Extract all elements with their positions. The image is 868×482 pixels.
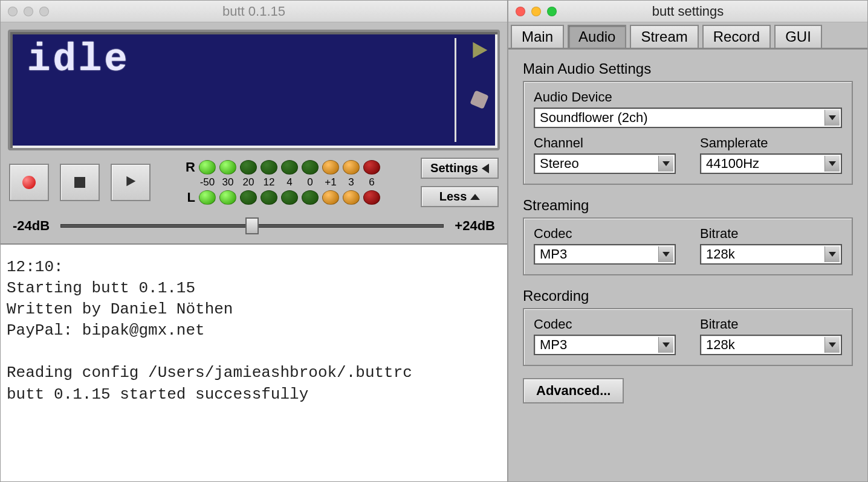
lcd-display: idle [8, 30, 500, 150]
tab-gui[interactable]: GUI [774, 25, 822, 48]
settings-tabbar: Main Audio Stream Record GUI [508, 22, 867, 50]
streaming-group: Codec MP3 Bitrate 128k [523, 217, 853, 275]
gain-slider-thumb[interactable] [245, 217, 259, 234]
svg-marker-1 [126, 176, 135, 187]
traffic-lights [516, 7, 557, 16]
recording-heading: Recording [523, 288, 853, 304]
advanced-button[interactable]: Advanced... [523, 378, 624, 403]
log-output: 12:10: Starting butt 0.1.15 Written by D… [1, 243, 507, 481]
stop-button[interactable] [60, 164, 100, 201]
record-button[interactable] [9, 164, 49, 201]
channel-select[interactable]: Stereo [534, 153, 676, 174]
channel-label: Channel [534, 135, 676, 151]
settings-titlebar: butt settings [508, 1, 867, 22]
lcd-record-icon[interactable] [470, 90, 488, 109]
tab-record[interactable]: Record [702, 25, 771, 48]
record-codec-select[interactable]: MP3 [534, 335, 676, 355]
zoom-icon[interactable] [39, 7, 49, 16]
stream-bitrate-label: Bitrate [700, 226, 842, 242]
main-titlebar: butt 0.1.15 [1, 1, 507, 22]
record-bitrate-label: Bitrate [700, 317, 842, 332]
samplerate-select[interactable]: 44100Hz [700, 153, 842, 174]
close-icon[interactable] [516, 7, 525, 16]
settings-button[interactable]: Settings [421, 158, 499, 179]
play-icon [125, 175, 137, 190]
chevron-left-icon [482, 164, 489, 173]
main-audio-heading: Main Audio Settings [523, 60, 853, 77]
main-window-title: butt 0.1.15 [8, 4, 500, 19]
meter-label-l: L [180, 190, 195, 205]
record-codec-label: Codec [534, 317, 676, 332]
audio-device-label: Audio Device [534, 89, 842, 105]
tab-audio[interactable]: Audio [568, 25, 626, 48]
zoom-icon[interactable] [547, 7, 557, 16]
meter-row-l: L [180, 190, 380, 205]
lcd-divider [455, 38, 456, 142]
streaming-heading: Streaming [523, 197, 853, 214]
less-button[interactable]: Less [421, 186, 499, 207]
main-window: butt 0.1.15 idle [0, 0, 508, 482]
tab-stream[interactable]: Stream [630, 25, 698, 48]
meter-row-r: R [180, 159, 380, 175]
settings-window: butt settings Main Audio Stream Record G… [508, 0, 868, 482]
recording-group: Codec MP3 Bitrate 128k [523, 308, 853, 366]
traffic-lights [8, 7, 49, 16]
lcd-status-text: idle [10, 32, 147, 148]
gain-max-label: +24dB [455, 218, 495, 234]
minimize-icon[interactable] [531, 7, 541, 16]
play-button[interactable] [111, 164, 151, 201]
gain-slider[interactable] [60, 224, 444, 228]
stream-codec-label: Codec [534, 226, 676, 242]
record-icon [22, 176, 36, 189]
stream-codec-select[interactable]: MP3 [534, 244, 676, 265]
gain-slider-row: -24dB +24dB [1, 212, 507, 243]
lcd-play-icon[interactable] [470, 40, 489, 62]
meter-label-r: R [180, 159, 195, 175]
chevron-up-icon [470, 194, 480, 200]
stop-icon [74, 177, 85, 188]
svg-marker-0 [473, 42, 487, 59]
main-audio-group: Audio Device Soundflower (2ch) Channel S… [523, 81, 853, 185]
record-bitrate-select[interactable]: 128k [700, 335, 842, 355]
tab-main[interactable]: Main [511, 25, 564, 48]
close-icon[interactable] [8, 7, 18, 16]
gain-min-label: -24dB [13, 218, 50, 234]
settings-window-title: butt settings [516, 4, 860, 19]
stream-bitrate-select[interactable]: 128k [700, 244, 842, 265]
samplerate-label: Samplerate [700, 135, 842, 151]
meter-tick-labels: -5030 2012 40 +13 6 [199, 176, 380, 188]
minimize-icon[interactable] [24, 7, 33, 16]
vu-meter: R -5030 2012 40 +13 6 L [180, 159, 380, 205]
audio-device-select[interactable]: Soundflower (2ch) [534, 108, 842, 128]
